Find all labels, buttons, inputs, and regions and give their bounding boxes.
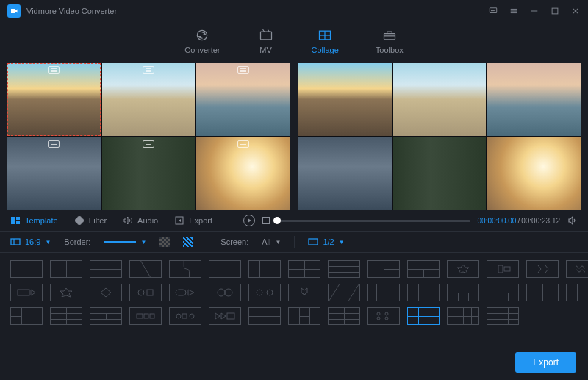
template-item[interactable] [90,260,122,278]
template-item[interactable] [368,307,400,325]
svg-rect-12 [260,32,271,40]
template-item[interactable] [447,260,479,278]
drag-handle-icon[interactable] [143,140,154,148]
zoom-select[interactable]: 1/2 ▼ [308,237,344,247]
collage-editor[interactable] [7,63,290,210]
collage-cell[interactable] [102,137,196,210]
template-item[interactable] [90,284,122,301]
template-item[interactable] [10,260,43,278]
template-item[interactable] [248,307,281,325]
template-item[interactable] [447,307,479,325]
template-item[interactable] [248,284,281,301]
template-item[interactable] [10,284,43,301]
drag-handle-icon[interactable] [143,66,154,74]
collage-preview [298,63,581,210]
template-item[interactable] [209,307,241,325]
aspect-ratio-select[interactable]: 16:9 ▼ [10,237,51,247]
template-item[interactable] [50,307,82,325]
template-item[interactable] [526,284,559,301]
template-item[interactable] [407,260,440,278]
drag-handle-icon[interactable] [48,140,60,148]
svg-rect-44 [144,314,148,318]
svg-marker-32 [101,288,111,297]
template-item[interactable] [50,284,82,301]
template-item[interactable] [328,284,360,301]
tab-export[interactable]: Export [174,215,212,226]
pattern-picker[interactable] [183,237,193,247]
template-item[interactable] [90,307,122,325]
audio-icon [123,215,133,226]
preview-cell [487,63,581,136]
volume-icon[interactable] [567,215,578,226]
progress-bar[interactable] [277,220,470,222]
svg-rect-35 [176,290,186,295]
play-button[interactable] [243,215,255,226]
template-item[interactable] [129,284,162,301]
feedback-icon[interactable] [488,6,498,16]
drag-handle-icon[interactable] [237,140,249,148]
template-item[interactable] [487,260,519,278]
template-item[interactable] [526,260,559,278]
template-item[interactable] [566,284,588,301]
template-item[interactable] [288,260,320,278]
template-item[interactable] [487,284,519,301]
collage-cell[interactable] [196,63,290,136]
border-control: Border: [64,237,90,246]
template-item[interactable] [368,260,400,278]
export-button[interactable]: Export [515,352,576,373]
collage-icon [316,28,334,43]
svg-rect-28 [504,267,510,271]
template-item[interactable] [487,307,519,325]
drag-handle-icon[interactable] [237,66,249,74]
progress-thumb[interactable] [273,217,281,224]
stop-button[interactable] [262,217,270,224]
collage-cell[interactable] [7,63,101,136]
template-item[interactable] [368,284,400,301]
template-item[interactable] [328,260,360,278]
tab-audio[interactable]: Audio [123,215,158,226]
nav-mv[interactable]: MV [257,28,275,54]
svg-point-2 [492,10,493,11]
template-item[interactable] [50,260,82,278]
titlebar: Vidmore Video Converter [0,0,588,22]
template-item[interactable] [447,284,479,301]
color-picker[interactable] [159,237,170,247]
template-item[interactable] [407,307,440,325]
template-item[interactable] [129,260,162,278]
svg-rect-29 [18,290,29,295]
tab-template[interactable]: Template [10,215,58,226]
template-item[interactable] [288,307,320,325]
template-item[interactable] [407,284,440,301]
collage-cell[interactable] [102,63,196,136]
border-style-select[interactable]: ▼ [104,239,146,245]
close-icon[interactable] [570,6,581,16]
svg-marker-31 [60,288,72,297]
svg-rect-20 [16,221,20,224]
svg-rect-45 [150,314,154,318]
screen-select[interactable]: All ▼ [262,237,281,246]
minimize-icon[interactable] [529,6,539,16]
preview-cell [393,137,487,210]
screen-label: Screen: [220,237,248,246]
template-item[interactable] [248,260,281,278]
template-item[interactable] [328,307,360,325]
drag-handle-icon[interactable] [48,66,60,74]
template-item[interactable] [209,260,241,278]
template-item[interactable] [169,284,201,301]
nav-converter[interactable]: Converter [184,28,220,54]
menu-icon[interactable] [509,6,519,16]
template-item[interactable] [566,260,588,278]
collage-cell[interactable] [7,137,101,210]
template-item[interactable] [169,260,201,278]
svg-point-38 [225,289,232,296]
nav-toolbox[interactable]: Toolbox [376,28,404,54]
maximize-icon[interactable] [550,6,560,16]
template-item[interactable] [10,307,43,325]
collage-cell[interactable] [196,137,290,210]
nav-collage[interactable]: Collage [312,28,339,54]
template-item[interactable] [209,284,241,301]
tab-filter[interactable]: Filter [74,215,107,226]
template-item[interactable] [129,307,162,325]
template-item[interactable] [169,307,201,325]
template-item[interactable] [288,284,320,301]
